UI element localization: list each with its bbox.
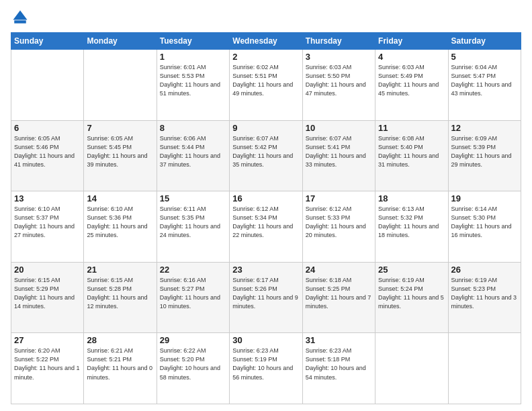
calendar-cell [84,50,157,121]
logo [11,8,32,27]
day-info: Sunrise: 6:21 AM Sunset: 5:21 PM Dayligh… [87,347,153,381]
calendar-cell: 11Sunrise: 6:08 AM Sunset: 5:40 PM Dayli… [375,120,448,191]
weekday-header-cell: Tuesday [157,33,229,50]
weekday-header-cell: Sunday [11,33,84,50]
day-info: Sunrise: 6:18 AM Sunset: 5:25 PM Dayligh… [306,276,372,311]
day-number: 17 [306,193,372,203]
day-info: Sunrise: 6:05 AM Sunset: 5:46 PM Dayligh… [14,134,81,169]
day-info: Sunrise: 6:09 AM Sunset: 5:39 PM Dayligh… [451,134,518,169]
weekday-header: SundayMondayTuesdayWednesdayThursdayFrid… [11,33,521,50]
day-info: Sunrise: 6:23 AM Sunset: 5:19 PM Dayligh… [232,347,299,381]
day-info: Sunrise: 6:13 AM Sunset: 5:32 PM Dayligh… [378,205,445,240]
calendar-week-row: 20Sunrise: 6:15 AM Sunset: 5:29 PM Dayli… [11,262,521,333]
day-number: 27 [14,335,81,345]
day-number: 9 [232,123,299,133]
calendar-cell: 29Sunrise: 6:22 AM Sunset: 5:20 PM Dayli… [157,333,229,404]
calendar-cell: 14Sunrise: 6:10 AM Sunset: 5:36 PM Dayli… [84,191,157,263]
calendar-cell [375,333,448,404]
day-info: Sunrise: 6:04 AM Sunset: 5:47 PM Dayligh… [451,63,518,98]
calendar-cell: 25Sunrise: 6:19 AM Sunset: 5:24 PM Dayli… [375,262,448,333]
calendar-cell: 24Sunrise: 6:18 AM Sunset: 5:25 PM Dayli… [302,262,375,333]
calendar-cell: 26Sunrise: 6:19 AM Sunset: 5:23 PM Dayli… [448,262,521,333]
weekday-header-cell: Saturday [448,33,521,50]
day-info: Sunrise: 6:16 AM Sunset: 5:27 PM Dayligh… [160,276,226,311]
day-info: Sunrise: 6:11 AM Sunset: 5:35 PM Dayligh… [160,205,226,240]
calendar-cell: 23Sunrise: 6:17 AM Sunset: 5:26 PM Dayli… [230,262,302,333]
day-info: Sunrise: 6:03 AM Sunset: 5:50 PM Dayligh… [306,63,372,98]
day-info: Sunrise: 6:02 AM Sunset: 5:51 PM Dayligh… [232,63,299,98]
weekday-header-cell: Thursday [302,33,375,50]
day-info: Sunrise: 6:07 AM Sunset: 5:42 PM Dayligh… [232,134,299,169]
day-number: 18 [378,193,445,203]
day-info: Sunrise: 6:14 AM Sunset: 5:30 PM Dayligh… [451,205,518,240]
day-number: 16 [232,193,299,203]
day-number: 6 [14,123,81,133]
calendar-cell: 21Sunrise: 6:15 AM Sunset: 5:28 PM Dayli… [84,262,157,333]
calendar-cell: 18Sunrise: 6:13 AM Sunset: 5:32 PM Dayli… [375,191,448,263]
day-info: Sunrise: 6:07 AM Sunset: 5:41 PM Dayligh… [306,134,372,169]
day-number: 26 [451,265,518,275]
day-number: 5 [451,52,518,62]
day-number: 7 [87,123,153,133]
day-info: Sunrise: 6:17 AM Sunset: 5:26 PM Dayligh… [232,276,299,311]
weekday-header-cell: Wednesday [230,33,302,50]
day-number: 29 [160,335,226,345]
calendar-cell: 13Sunrise: 6:10 AM Sunset: 5:37 PM Dayli… [11,191,84,263]
day-number: 28 [87,335,153,345]
day-number: 15 [160,193,226,203]
day-number: 25 [378,265,445,275]
calendar-week-row: 13Sunrise: 6:10 AM Sunset: 5:37 PM Dayli… [11,191,521,263]
calendar-cell: 8Sunrise: 6:06 AM Sunset: 5:44 PM Daylig… [157,120,229,191]
calendar-cell: 17Sunrise: 6:12 AM Sunset: 5:33 PM Dayli… [302,191,375,263]
day-number: 1 [160,52,226,62]
calendar-cell: 28Sunrise: 6:21 AM Sunset: 5:21 PM Dayli… [84,333,157,404]
day-number: 4 [378,52,445,62]
day-number: 11 [378,123,445,133]
logo-icon [11,8,30,27]
day-number: 2 [232,52,299,62]
day-info: Sunrise: 6:10 AM Sunset: 5:36 PM Dayligh… [87,205,153,240]
calendar-cell [11,50,84,121]
day-number: 22 [160,265,226,275]
svg-rect-1 [14,20,26,23]
calendar-cell: 10Sunrise: 6:07 AM Sunset: 5:41 PM Dayli… [302,120,375,191]
calendar-cell: 30Sunrise: 6:23 AM Sunset: 5:19 PM Dayli… [230,333,302,404]
day-number: 10 [306,123,372,133]
day-info: Sunrise: 6:23 AM Sunset: 5:18 PM Dayligh… [306,347,372,381]
day-number: 20 [14,265,81,275]
calendar-cell: 22Sunrise: 6:16 AM Sunset: 5:27 PM Dayli… [157,262,229,333]
day-info: Sunrise: 6:05 AM Sunset: 5:45 PM Dayligh… [87,134,153,169]
weekday-header-cell: Monday [84,33,157,50]
day-number: 19 [451,193,518,203]
day-info: Sunrise: 6:19 AM Sunset: 5:23 PM Dayligh… [451,276,518,311]
weekday-header-cell: Friday [375,33,448,50]
calendar-cell: 4Sunrise: 6:03 AM Sunset: 5:49 PM Daylig… [375,50,448,121]
calendar-cell: 16Sunrise: 6:12 AM Sunset: 5:34 PM Dayli… [230,191,302,263]
calendar-body: 1Sunrise: 6:01 AM Sunset: 5:53 PM Daylig… [11,50,521,404]
day-number: 23 [232,265,299,275]
calendar-cell: 6Sunrise: 6:05 AM Sunset: 5:46 PM Daylig… [11,120,84,191]
day-info: Sunrise: 6:22 AM Sunset: 5:20 PM Dayligh… [160,347,226,381]
calendar-week-row: 27Sunrise: 6:20 AM Sunset: 5:22 PM Dayli… [11,333,521,404]
day-info: Sunrise: 6:12 AM Sunset: 5:33 PM Dayligh… [306,205,372,240]
calendar-cell: 19Sunrise: 6:14 AM Sunset: 5:30 PM Dayli… [448,191,521,263]
day-number: 3 [306,52,372,62]
day-number: 30 [232,335,299,345]
calendar: SundayMondayTuesdayWednesdayThursdayFrid… [11,32,521,404]
day-number: 12 [451,123,518,133]
calendar-week-row: 1Sunrise: 6:01 AM Sunset: 5:53 PM Daylig… [11,50,521,121]
svg-marker-0 [13,11,28,20]
day-info: Sunrise: 6:01 AM Sunset: 5:53 PM Dayligh… [160,63,226,98]
day-info: Sunrise: 6:06 AM Sunset: 5:44 PM Dayligh… [160,134,226,169]
day-number: 21 [87,265,153,275]
day-info: Sunrise: 6:10 AM Sunset: 5:37 PM Dayligh… [14,205,81,240]
calendar-cell [448,333,521,404]
day-number: 31 [306,335,372,345]
calendar-cell: 12Sunrise: 6:09 AM Sunset: 5:39 PM Dayli… [448,120,521,191]
day-info: Sunrise: 6:15 AM Sunset: 5:29 PM Dayligh… [14,276,81,311]
calendar-cell: 31Sunrise: 6:23 AM Sunset: 5:18 PM Dayli… [302,333,375,404]
calendar-cell: 7Sunrise: 6:05 AM Sunset: 5:45 PM Daylig… [84,120,157,191]
calendar-cell: 3Sunrise: 6:03 AM Sunset: 5:50 PM Daylig… [302,50,375,121]
day-info: Sunrise: 6:03 AM Sunset: 5:49 PM Dayligh… [378,63,445,98]
day-number: 8 [160,123,226,133]
